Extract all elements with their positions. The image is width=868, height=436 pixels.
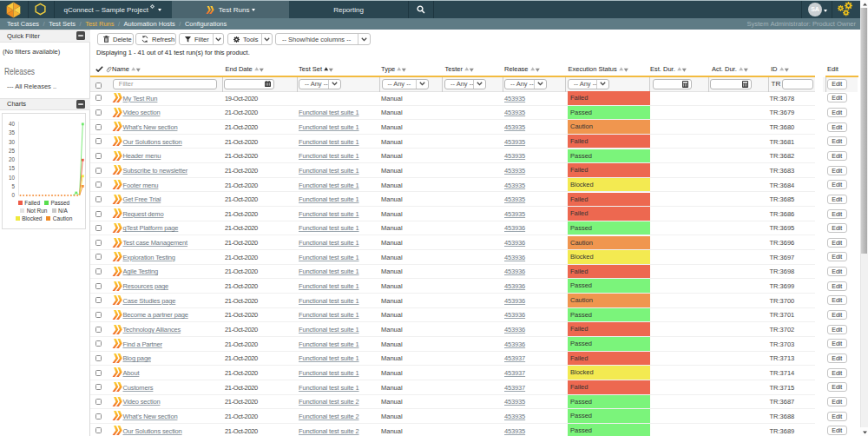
- svg-text:30: 30: [9, 138, 16, 144]
- svg-text:5: 5: [11, 183, 15, 189]
- svg-text:40: 40: [9, 120, 16, 126]
- svg-text:35: 35: [9, 129, 16, 135]
- svg-text:20: 20: [9, 156, 16, 162]
- svg-text:0: 0: [11, 192, 15, 198]
- svg-text:15: 15: [9, 165, 16, 171]
- svg-text:25: 25: [9, 147, 16, 153]
- svg-text:10: 10: [9, 174, 16, 180]
